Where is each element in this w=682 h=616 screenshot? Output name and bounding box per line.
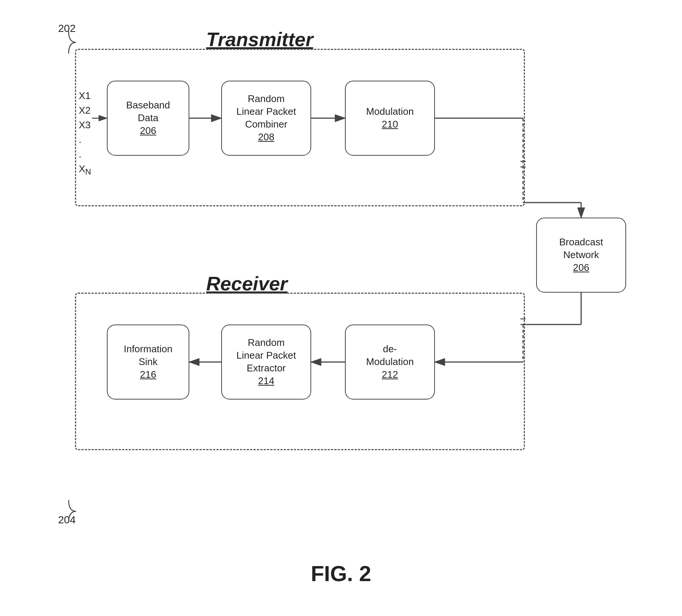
input-x2: X2 bbox=[79, 105, 91, 116]
demodulation-label: de-Modulation bbox=[366, 343, 414, 368]
baseband-data-block: BasebandData 206 bbox=[107, 81, 189, 156]
information-sink-label: InformationSink bbox=[124, 343, 172, 368]
rlp-extractor-block: RandomLinear PacketExtractor 214 bbox=[221, 325, 311, 400]
input-dot2: . bbox=[79, 149, 91, 160]
receiver-label: Receiver bbox=[206, 272, 288, 295]
diagram-container: 202 204 Transmitter Receiver X1 X2 X3 . … bbox=[0, 0, 682, 616]
input-x3: X3 bbox=[79, 119, 91, 131]
modulation-block: Modulation 210 bbox=[345, 81, 435, 156]
input-dot1: . bbox=[79, 134, 91, 146]
input-labels: X1 X2 X3 . . XN bbox=[79, 90, 91, 177]
rlp-extractor-label: RandomLinear PacketExtractor bbox=[237, 337, 296, 374]
transmitter-label: Transmitter bbox=[206, 28, 313, 51]
brace-204-icon bbox=[57, 498, 80, 524]
baseband-data-number: 206 bbox=[140, 125, 156, 137]
information-sink-block: InformationSink 216 bbox=[107, 325, 189, 400]
broadcast-network-number: 206 bbox=[573, 261, 589, 274]
input-xn: XN bbox=[79, 163, 91, 177]
broadcast-network-label: BroadcastNetwork bbox=[559, 236, 603, 261]
input-x1: X1 bbox=[79, 90, 91, 102]
broadcast-network-block: BroadcastNetwork 206 bbox=[536, 218, 626, 293]
information-sink-number: 216 bbox=[140, 368, 156, 381]
rlp-combiner-block: RandomLinear PacketCombiner 208 bbox=[221, 81, 311, 156]
demodulation-number: 212 bbox=[382, 368, 398, 381]
demodulation-block: de-Modulation 212 bbox=[345, 325, 435, 400]
baseband-data-label: BasebandData bbox=[126, 99, 170, 125]
modulation-number: 210 bbox=[382, 118, 398, 131]
modulation-label: Modulation bbox=[366, 105, 414, 118]
rlp-combiner-number: 208 bbox=[258, 131, 274, 144]
figure-label: FIG. 2 bbox=[311, 561, 371, 586]
rlp-combiner-label: RandomLinear PacketCombiner bbox=[237, 93, 296, 131]
rlp-extractor-number: 214 bbox=[258, 375, 274, 388]
